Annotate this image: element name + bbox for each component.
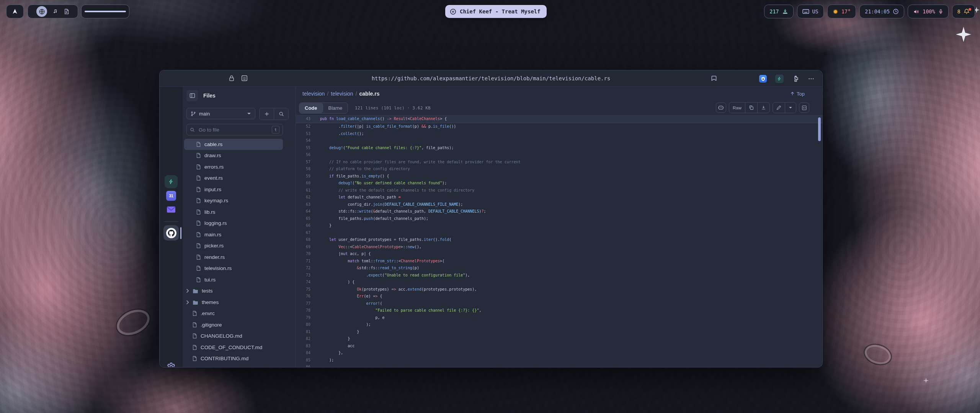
line-number[interactable]: 71 xyxy=(296,258,310,265)
page-scrollbar-thumb[interactable] xyxy=(818,117,821,141)
line-number[interactable]: 77 xyxy=(296,300,310,307)
line-number[interactable]: 52 xyxy=(296,123,310,130)
tree-item-file[interactable]: event.rs xyxy=(184,172,283,184)
line-number[interactable]: 84 xyxy=(296,350,310,357)
tree-item-file[interactable]: keymap.rs xyxy=(184,195,283,206)
sidebar-tab-mail[interactable] xyxy=(167,206,176,213)
breadcrumb-repo-link[interactable]: television xyxy=(302,91,325,97)
line-number[interactable]: 62 xyxy=(296,194,310,201)
line-number[interactable]: 79 xyxy=(296,314,310,322)
address-bar[interactable]: https://github.com/alexpasmantier/televi… xyxy=(372,70,611,86)
notifications-widget[interactable]: 8 xyxy=(952,5,975,18)
password-manager-extension-button[interactable] xyxy=(759,75,767,83)
line-number[interactable]: 74 xyxy=(296,279,310,286)
keyboard-layout-widget[interactable]: US xyxy=(797,5,824,18)
reader-mode-button[interactable] xyxy=(241,75,248,82)
copilot-button[interactable] xyxy=(716,102,726,113)
tree-item-folder[interactable]: tests xyxy=(184,285,283,297)
line-number[interactable]: 82 xyxy=(296,335,310,343)
symbols-panel-button[interactable] xyxy=(799,102,809,113)
line-number[interactable]: 55 xyxy=(296,145,310,152)
goto-file-search[interactable]: t xyxy=(186,124,283,135)
back-to-top-link[interactable]: Top xyxy=(790,87,805,101)
tree-item-file[interactable]: cable.rs xyxy=(184,139,283,150)
sidebar-tab-lightning[interactable] xyxy=(165,175,178,188)
branch-selector[interactable]: main xyxy=(186,108,255,119)
tree-item-file[interactable]: main.rs xyxy=(184,229,283,241)
page-security-button[interactable] xyxy=(228,75,236,82)
tab-code[interactable]: Code xyxy=(299,103,323,113)
line-number[interactable]: 57 xyxy=(296,159,310,166)
line-number[interactable]: 85 xyxy=(296,357,310,364)
tree-item-file[interactable]: CODE_OF_CONDUCT.md xyxy=(184,342,283,353)
line-number[interactable]: 80 xyxy=(296,321,310,328)
tree-item-file[interactable]: draw.rs xyxy=(184,150,283,161)
network-widget[interactable]: 217 xyxy=(764,5,793,18)
line-number[interactable]: 81 xyxy=(296,328,310,336)
launcher-button[interactable] xyxy=(6,5,24,18)
breadcrumb-dir-link[interactable]: television xyxy=(331,91,353,97)
line-number[interactable]: 86 xyxy=(296,364,310,367)
line-number[interactable]: 70 xyxy=(296,250,310,258)
line-number[interactable]: 68 xyxy=(296,236,310,244)
tree-item-file[interactable]: .gitignore xyxy=(184,319,283,331)
weather-widget[interactable]: 17° xyxy=(827,5,856,18)
copy-raw-button[interactable] xyxy=(745,102,757,113)
tree-item-file[interactable]: lib.rs xyxy=(184,206,283,218)
collapse-file-tree-button[interactable] xyxy=(186,90,198,101)
line-number[interactable]: 66 xyxy=(296,222,310,229)
tree-item-file[interactable]: .envrc xyxy=(184,308,283,319)
line-number[interactable]: 60 xyxy=(296,180,310,187)
line-number[interactable]: 64 xyxy=(296,208,310,215)
goto-file-input[interactable] xyxy=(198,127,269,133)
raw-button[interactable]: Raw xyxy=(729,102,745,113)
audio-widget[interactable]: 100% xyxy=(908,5,949,18)
media-player-pill[interactable]: Chief Keef - Treat Myself xyxy=(445,5,547,18)
new-file-button[interactable] xyxy=(260,108,274,120)
tree-item-folder[interactable]: themes xyxy=(184,297,283,308)
line-number[interactable]: 58 xyxy=(296,166,310,173)
tree-item-file[interactable]: television.rs xyxy=(184,263,283,274)
bookmark-button[interactable] xyxy=(710,75,718,82)
tree-item-file[interactable]: tui.rs xyxy=(184,274,283,286)
dock-documents-button[interactable] xyxy=(64,8,69,15)
more-menu-button[interactable] xyxy=(808,75,815,82)
line-number[interactable]: 61 xyxy=(296,187,310,194)
line-number[interactable]: 83 xyxy=(296,343,310,350)
line-number[interactable]: 72 xyxy=(296,265,310,272)
lightning-extension-button[interactable] xyxy=(775,75,784,83)
tree-item-file[interactable]: errors.rs xyxy=(184,161,283,173)
extensions-menu-button[interactable] xyxy=(792,75,799,83)
tree-item-file[interactable] xyxy=(184,135,283,139)
line-number[interactable]: 56 xyxy=(296,151,310,159)
line-number[interactable]: 53 xyxy=(296,130,310,138)
download-raw-button[interactable] xyxy=(757,102,769,113)
line-number[interactable]: 63 xyxy=(296,201,310,208)
clock-widget[interactable]: 21:04:05 xyxy=(859,5,904,18)
tree-item-file[interactable]: input.rs xyxy=(184,184,283,195)
tree-item-file[interactable]: logging.rs xyxy=(184,218,283,229)
edit-file-button[interactable] xyxy=(773,102,785,113)
tree-item-file[interactable]: picker.rs xyxy=(184,240,283,252)
active-window-pill[interactable] xyxy=(81,5,129,18)
tree-item-file[interactable] xyxy=(184,364,283,367)
line-number[interactable]: 65 xyxy=(296,215,310,223)
line-number[interactable]: 69 xyxy=(296,244,310,251)
line-number[interactable]: 54 xyxy=(296,137,310,145)
tree-item-file[interactable]: CHANGELOG.md xyxy=(184,330,283,342)
tab-blame[interactable]: Blame xyxy=(323,103,348,113)
line-number[interactable]: 67 xyxy=(296,229,310,237)
line-number[interactable]: 75 xyxy=(296,286,310,293)
search-tree-button[interactable] xyxy=(274,108,288,120)
line-number[interactable]: 76 xyxy=(296,293,310,300)
tree-item-file[interactable]: render.rs xyxy=(184,252,283,263)
dock-browser-button[interactable] xyxy=(36,6,47,17)
line-number[interactable]: 73 xyxy=(296,272,310,279)
sidebar-tab-github[interactable] xyxy=(163,225,179,241)
line-number[interactable]: 59 xyxy=(296,173,310,180)
settings-button[interactable] xyxy=(167,362,176,367)
edit-dropdown-button[interactable] xyxy=(785,102,796,113)
dock-music-button[interactable] xyxy=(52,9,58,15)
tree-item-file[interactable]: CONTRIBUTING.md xyxy=(184,353,283,364)
sidebar-tab-calendar[interactable]: 31 xyxy=(166,191,176,201)
